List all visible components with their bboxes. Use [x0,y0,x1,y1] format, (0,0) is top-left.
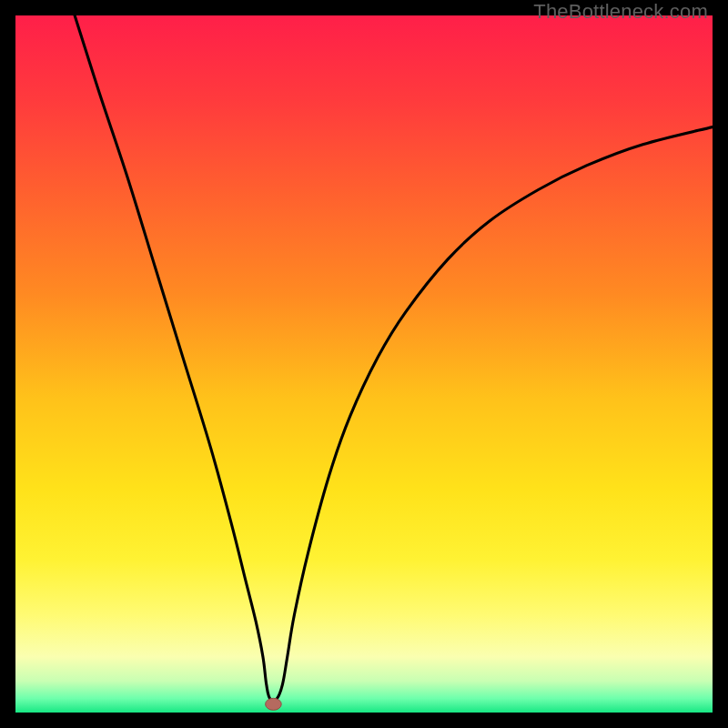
plot-area [15,15,713,713]
watermark-text: TheBottleneck.com [533,0,708,24]
gradient-background [15,15,713,713]
optimum-marker [266,698,282,710]
bottleneck-chart [15,15,713,713]
chart-frame [15,15,713,713]
